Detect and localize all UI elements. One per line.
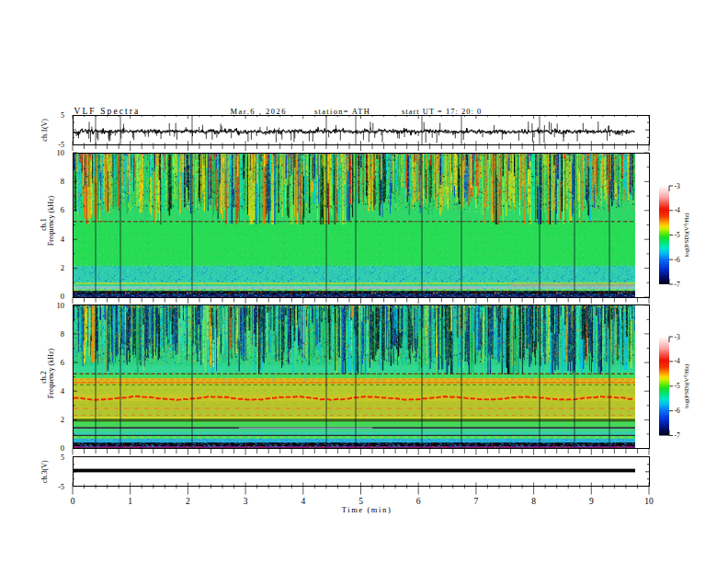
svg-text:Frequency (kHz): Frequency (kHz)	[47, 348, 55, 398]
svg-text:-7: -7	[675, 281, 680, 289]
svg-text:0: 0	[61, 443, 64, 453]
svg-text:6: 6	[416, 497, 421, 506]
svg-text:-4: -4	[675, 357, 680, 365]
svg-text:VLF Spectra: VLF Spectra	[74, 107, 141, 116]
svg-text:4: 4	[301, 497, 305, 506]
svg-text:8: 8	[531, 497, 536, 506]
svg-text:-3: -3	[675, 182, 680, 190]
svg-text:ch.3(V): ch.3(V)	[40, 460, 49, 483]
svg-text:9: 9	[589, 497, 594, 506]
svg-text:8: 8	[61, 177, 64, 186]
svg-text:-6: -6	[675, 256, 680, 264]
svg-text:7: 7	[474, 497, 479, 506]
svg-text:-5: -5	[58, 483, 64, 491]
svg-text:Mar.6 , 2026: Mar.6 , 2026	[231, 107, 287, 116]
svg-text:-4: -4	[675, 206, 680, 214]
svg-text:4: 4	[61, 235, 65, 244]
svg-text:2: 2	[186, 497, 190, 506]
svg-text:4: 4	[61, 386, 65, 396]
svg-text:5: 5	[61, 111, 64, 120]
svg-text:-5: -5	[675, 231, 680, 239]
svg-text:3: 3	[244, 497, 248, 506]
svg-text:-3: -3	[675, 333, 680, 341]
svg-text:station= ATH: station= ATH	[314, 107, 370, 116]
svg-text:-6: -6	[675, 407, 680, 415]
svg-text:log(PSD)(V²/Hz): log(PSD)(V²/Hz)	[683, 213, 690, 258]
svg-text:Frequency (kHz): Frequency (kHz)	[47, 195, 55, 246]
svg-text:6: 6	[61, 205, 64, 214]
svg-text:5: 5	[358, 497, 363, 506]
svg-text:-5: -5	[675, 382, 680, 390]
svg-text:log(PSD)(V²/Hz): log(PSD)(V²/Hz)	[683, 363, 690, 408]
svg-text:2: 2	[61, 263, 64, 272]
svg-text:ch.1(V): ch.1(V)	[40, 119, 49, 142]
svg-text:-7: -7	[675, 431, 680, 440]
svg-text:start UT = 17: 20: 0: start UT = 17: 20: 0	[402, 107, 482, 116]
svg-text:5: 5	[61, 454, 64, 462]
svg-text:10: 10	[644, 497, 654, 506]
svg-text:8: 8	[61, 329, 64, 339]
svg-text:Time (min): Time (min)	[342, 505, 392, 514]
svg-text:10: 10	[57, 148, 65, 157]
svg-text:2: 2	[61, 415, 64, 424]
svg-text:0: 0	[71, 497, 75, 506]
svg-text:6: 6	[61, 358, 64, 367]
svg-text:1: 1	[128, 497, 132, 506]
svg-text:10: 10	[57, 301, 65, 310]
